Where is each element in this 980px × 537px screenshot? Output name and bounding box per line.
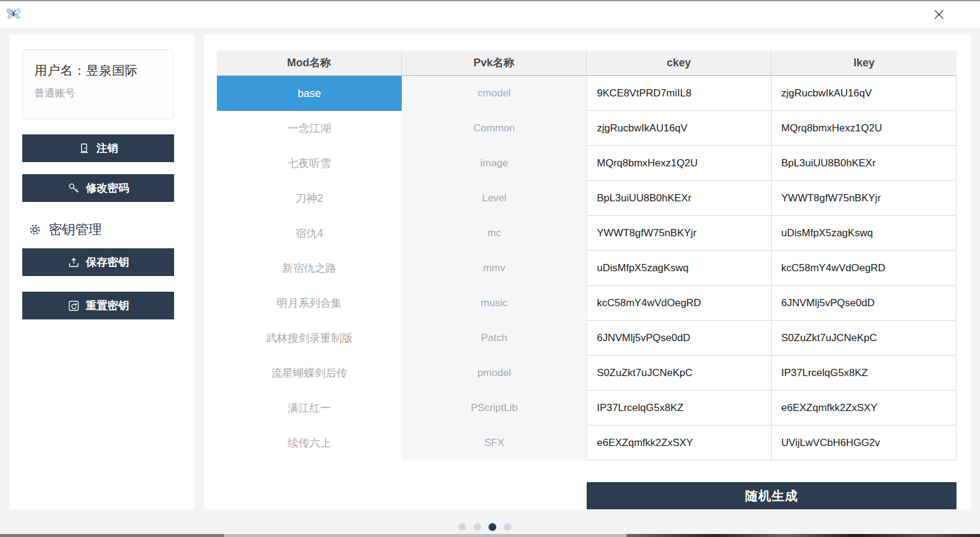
- lkey-input[interactable]: UVijLwVCbH6HGG2v: [772, 426, 957, 460]
- logout-button[interactable]: 注销: [22, 134, 174, 162]
- background-window-edge-segment: [224, 534, 626, 537]
- ckey-input[interactable]: IP37LrcelqG5x8KZ: [587, 391, 772, 426]
- pvk-name-cell: image: [402, 146, 587, 181]
- background-window-edge-segment: [626, 534, 980, 537]
- username-label: 用户名：昱泉国际: [34, 62, 173, 79]
- ckey-input[interactable]: e6EXZqmfkk2ZxSXY: [587, 426, 772, 460]
- mod-list-item[interactable]: 明月系列合集: [217, 286, 402, 321]
- table-row: 武林搜剑录重制版 Patch 6JNVMlj5vPQse0dD S0ZuZkt7…: [217, 321, 957, 356]
- app-window: 用户名：昱泉国际 普通账号 注销 修改密码 密钥管理: [0, 0, 980, 537]
- table-body: base cmodel 9KCE8VtPRD7miIL8 zjgRucbwIkA…: [217, 76, 957, 460]
- mod-list-item[interactable]: 一念江湖: [217, 111, 402, 146]
- content-panel: Mod名称 Pvk名称 ckey lkey base cmodel 9KCE8V…: [204, 34, 971, 509]
- ckey-input[interactable]: zjgRucbwIkAU16qV: [587, 111, 772, 146]
- pvk-name-cell: music: [402, 286, 587, 321]
- user-card: 用户名：昱泉国际 普通账号: [22, 49, 173, 119]
- lkey-input[interactable]: zjgRucbwIkAU16qV: [772, 76, 957, 111]
- save-upload-icon: [67, 256, 80, 269]
- pvk-name-cell: Patch: [402, 321, 587, 356]
- table-row: 续传六上 SFX e6EXZqmfkk2ZxSXY UVijLwVCbH6HGG…: [217, 426, 957, 460]
- table-row: 明月系列合集 music kcC58mY4wVdOegRD 6JNVMlj5vP…: [217, 286, 957, 321]
- logout-label: 注销: [96, 141, 118, 155]
- generate-random-button[interactable]: 随机生成: [587, 482, 957, 509]
- pvk-name-cell: mmv: [402, 251, 587, 286]
- lkey-input[interactable]: MQrq8bmxHexz1Q2U: [772, 111, 957, 146]
- pvk-name-cell: cmodel: [402, 76, 587, 111]
- close-button[interactable]: [932, 7, 946, 22]
- mod-list-item[interactable]: 续传六上: [217, 426, 402, 460]
- key-management-label: 密钥管理: [49, 221, 102, 239]
- keys-table: Mod名称 Pvk名称 ckey lkey base cmodel 9KCE8V…: [217, 51, 957, 460]
- pvk-name-cell: mc: [402, 216, 587, 251]
- pvk-name-cell: Level: [402, 181, 587, 216]
- lkey-input[interactable]: 6JNVMlj5vPQse0dD: [772, 286, 957, 321]
- account-type-label: 普通账号: [34, 86, 173, 100]
- gear-icon: [28, 222, 42, 237]
- butterfly-logo-icon: [5, 6, 22, 22]
- table-row: 宿仇4 mc YWWT8gfW75nBKYjr uDisMfpX5zagKswq: [217, 216, 957, 251]
- change-password-label: 修改密码: [86, 181, 130, 195]
- lkey-input[interactable]: S0ZuZkt7uJCNeKpC: [772, 321, 957, 356]
- table-row: 七夜听雪 image MQrq8bmxHexz1Q2U BpL3uiUU8B0h…: [217, 146, 957, 181]
- lkey-input[interactable]: uDisMfpX5zagKswq: [772, 216, 957, 251]
- sidebar: 用户名：昱泉国际 普通账号 注销 修改密码 密钥管理: [10, 34, 195, 509]
- mod-list-item[interactable]: 七夜听雪: [217, 146, 402, 181]
- ckey-input[interactable]: MQrq8bmxHexz1Q2U: [587, 146, 772, 181]
- table-header-row: Mod名称 Pvk名称 ckey lkey: [217, 51, 957, 76]
- mod-list-item[interactable]: 新宿仇之路: [217, 251, 402, 286]
- table-row: 流星蝴蝶剑后传 pmodel S0ZuZkt7uJCNeKpC IP37Lrce…: [217, 356, 957, 391]
- carousel-dot[interactable]: [458, 523, 466, 531]
- mod-list-item[interactable]: 宿仇4: [217, 216, 402, 251]
- logout-door-icon: [78, 142, 90, 154]
- ckey-input[interactable]: BpL3uiUU8B0hKEXr: [587, 181, 772, 216]
- header-lkey: lkey: [772, 51, 957, 75]
- lkey-input[interactable]: e6EXZqmfkk2ZxSXY: [772, 391, 957, 426]
- background-window-edge: [0, 534, 980, 537]
- table-row: 刀神2 Level BpL3uiUU8B0hKEXr YWWT8gfW75nBK…: [217, 181, 957, 216]
- ckey-input[interactable]: S0ZuZkt7uJCNeKpC: [587, 356, 772, 391]
- background-window-edge-segment: [0, 534, 224, 537]
- table-row: base cmodel 9KCE8VtPRD7miIL8 zjgRucbwIkA…: [217, 76, 957, 111]
- ckey-input[interactable]: YWWT8gfW75nBKYjr: [587, 216, 772, 251]
- pvk-name-cell: SFX: [402, 426, 587, 460]
- header-ckey: ckey: [587, 51, 772, 75]
- save-keys-button[interactable]: 保存密钥: [22, 248, 174, 276]
- carousel-dot[interactable]: [504, 523, 511, 531]
- key-icon: [67, 182, 80, 195]
- lkey-input[interactable]: BpL3uiUU8B0hKEXr: [772, 146, 957, 181]
- mod-list-item[interactable]: 满江红一: [217, 391, 402, 426]
- change-password-button[interactable]: 修改密码: [22, 174, 174, 202]
- mod-list-item[interactable]: 武林搜剑录重制版: [217, 321, 402, 356]
- lkey-input[interactable]: IP37LrcelqG5x8KZ: [772, 356, 957, 391]
- close-icon: [934, 9, 944, 20]
- header-mod-name: Mod名称: [217, 51, 402, 75]
- pvk-name-cell: Common: [402, 111, 587, 146]
- save-keys-label: 保存密钥: [86, 255, 130, 269]
- pvk-name-cell: PScriptLib: [402, 391, 587, 426]
- ckey-input[interactable]: 9KCE8VtPRD7miIL8: [587, 76, 772, 111]
- carousel-dot[interactable]: [488, 523, 496, 531]
- table-row: 满江红一 PScriptLib IP37LrcelqG5x8KZ e6EXZqm…: [217, 391, 957, 426]
- title-bar: [0, 1, 980, 28]
- pvk-name-cell: pmodel: [402, 356, 587, 391]
- ckey-input[interactable]: kcC58mY4wVdOegRD: [587, 286, 772, 321]
- reset-keys-label: 重置密钥: [86, 298, 130, 313]
- reset-keys-button[interactable]: 重置密钥: [22, 292, 174, 319]
- lkey-input[interactable]: kcC58mY4wVdOegRD: [772, 251, 957, 286]
- table-row: 新宿仇之路 mmv uDisMfpX5zagKswq kcC58mY4wVdOe…: [217, 251, 957, 286]
- carousel-dots: [458, 523, 511, 531]
- ckey-input[interactable]: uDisMfpX5zagKswq: [587, 251, 772, 286]
- mod-list-item[interactable]: base: [217, 76, 402, 111]
- ckey-input[interactable]: 6JNVMlj5vPQse0dD: [587, 321, 772, 356]
- lkey-input[interactable]: YWWT8gfW75nBKYjr: [772, 181, 957, 216]
- reset-refresh-icon: [67, 300, 80, 312]
- key-management-section: 密钥管理: [28, 220, 102, 239]
- mod-list-item[interactable]: 流星蝴蝶剑后传: [217, 356, 402, 391]
- table-row: 一念江湖 Common zjgRucbwIkAU16qV MQrq8bmxHex…: [217, 111, 957, 146]
- header-pvk-name: Pvk名称: [402, 51, 587, 75]
- carousel-dot[interactable]: [473, 523, 481, 531]
- mod-list-item[interactable]: 刀神2: [217, 181, 402, 216]
